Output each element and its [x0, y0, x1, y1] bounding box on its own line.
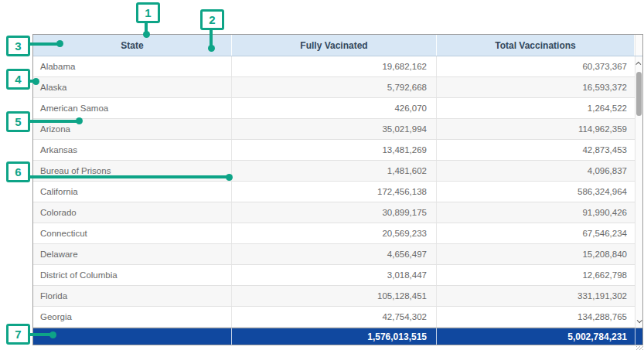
cell-total-vaccinations: 15,208,840 — [437, 244, 635, 264]
vertical-scrollbar[interactable] — [635, 56, 642, 328]
callout-3-line — [29, 42, 60, 46]
table-row[interactable]: California 172,456,138 586,324,964 — [33, 182, 635, 202]
cell-total-vaccinations: 114,962,359 — [437, 119, 635, 139]
column-header-fully-vaccinated[interactable]: Fully Vacinated — [232, 35, 437, 56]
scroll-down-button[interactable] — [635, 315, 642, 326]
cell-state: District of Columbia — [33, 265, 232, 285]
table-header-row: State Fully Vacinated Total Vaccinations — [33, 35, 642, 56]
cell-state: Arkansas — [33, 140, 232, 160]
callout-3-dot — [56, 40, 63, 47]
cell-fully-vaccinated: 426,070 — [232, 98, 437, 118]
table-total-row: 1,576,013,515 5,002,784,231 — [33, 328, 642, 345]
cell-fully-vaccinated: 42,754,302 — [232, 307, 437, 327]
header-scrollbar-corner — [635, 35, 642, 56]
callout-6-dot — [226, 174, 233, 181]
scroll-up-button[interactable] — [635, 58, 642, 69]
cell-total-vaccinations: 42,873,453 — [437, 140, 635, 160]
total-cell-state — [33, 328, 232, 345]
cell-state: Georgia — [33, 307, 232, 327]
callout-7-line — [30, 333, 51, 336]
table-row[interactable]: American Samoa 426,070 1,264,522 — [33, 98, 635, 119]
table-rows: Alabama 19,682,162 60,373,367 Alaska 5,7… — [33, 56, 635, 328]
table-row[interactable]: Alabama 19,682,162 60,373,367 — [33, 56, 635, 77]
table-row[interactable]: Arkansas 13,481,269 42,873,453 — [33, 140, 635, 161]
cell-fully-vaccinated: 20,569,233 — [232, 223, 437, 243]
total-row-scrollbar-cap — [635, 328, 642, 345]
total-cell-total-vaccinations: 5,002,784,231 — [437, 328, 635, 345]
cell-fully-vaccinated: 35,021,994 — [232, 119, 437, 139]
cell-fully-vaccinated: 1,481,602 — [232, 161, 437, 181]
table-row[interactable]: Florida 105,128,451 331,191,302 — [33, 286, 635, 307]
callout-4-badge: 4 — [6, 69, 30, 90]
table-row[interactable]: Delaware 4,656,497 15,208,840 — [33, 244, 635, 265]
scrollbar-thumb[interactable] — [636, 72, 642, 116]
callout-6-line — [29, 175, 227, 178]
cell-total-vaccinations: 12,662,798 — [437, 265, 635, 285]
cell-total-vaccinations: 331,191,302 — [437, 286, 635, 306]
cell-state: California — [33, 182, 232, 202]
cell-state: American Samoa — [33, 98, 232, 118]
callout-1-dot — [143, 31, 150, 38]
callout-5-line — [29, 120, 77, 123]
callout-7-dot — [49, 331, 56, 338]
callout-4-dot — [32, 78, 39, 85]
total-cell-fully-vaccinated: 1,576,013,515 — [232, 328, 437, 345]
table-row[interactable]: Colorado 30,899,175 91,990,426 — [33, 202, 635, 223]
cell-total-vaccinations: 1,264,522 — [437, 98, 635, 118]
chevron-down-icon — [637, 318, 642, 323]
callout-3-badge: 3 — [6, 36, 30, 56]
cell-fully-vaccinated: 13,481,269 — [232, 140, 437, 160]
cell-state: Alabama — [33, 56, 232, 76]
callout-5-dot — [76, 117, 83, 124]
callout-2-badge: 2 — [200, 9, 224, 30]
cell-fully-vaccinated: 105,128,451 — [232, 286, 437, 306]
table-row[interactable]: Connecticut 20,569,233 67,546,234 — [33, 223, 635, 244]
callout-6-badge: 6 — [6, 161, 30, 182]
cell-state: Alaska — [33, 77, 232, 97]
cell-fully-vaccinated: 4,656,497 — [232, 244, 437, 264]
cell-state: Connecticut — [33, 223, 232, 243]
cell-fully-vaccinated: 5,792,668 — [232, 77, 437, 97]
cell-total-vaccinations: 586,324,964 — [437, 182, 635, 202]
table-body-viewport: Alabama 19,682,162 60,373,367 Alaska 5,7… — [33, 56, 642, 328]
cell-total-vaccinations: 67,546,234 — [437, 223, 635, 243]
cell-total-vaccinations: 91,990,426 — [437, 202, 635, 223]
cell-fully-vaccinated: 3,018,447 — [232, 265, 437, 285]
cell-fully-vaccinated: 19,682,162 — [232, 56, 437, 76]
cell-total-vaccinations: 134,288,765 — [437, 307, 635, 327]
cell-fully-vaccinated: 172,456,138 — [232, 182, 437, 202]
table-row[interactable]: Arizona 35,021,994 114,962,359 — [33, 119, 635, 140]
column-header-total-vaccinations[interactable]: Total Vaccinations — [437, 35, 635, 56]
callout-1-badge: 1 — [136, 2, 160, 23]
cell-state: Florida — [33, 286, 232, 306]
cell-fully-vaccinated: 30,899,175 — [232, 202, 437, 223]
table-row[interactable]: District of Columbia 3,018,447 12,662,79… — [33, 265, 635, 286]
table-row[interactable]: Georgia 42,754,302 134,288,765 — [33, 307, 635, 328]
vaccinations-list-table: State Fully Vacinated Total Vaccinations… — [32, 34, 643, 345]
annotated-table-screenshot: State Fully Vacinated Total Vaccinations… — [0, 0, 644, 350]
cell-state: Delaware — [33, 244, 232, 264]
column-header-state[interactable]: State — [33, 35, 232, 56]
table-row[interactable]: Alaska 5,792,668 16,593,372 — [33, 77, 635, 98]
callout-5-badge: 5 — [6, 111, 30, 132]
cell-state: Colorado — [33, 202, 232, 223]
resize-grip-icon[interactable] — [636, 346, 643, 350]
callout-7-badge: 7 — [6, 324, 30, 345]
chevron-up-icon — [635, 61, 641, 66]
cell-total-vaccinations: 16,593,372 — [437, 77, 635, 97]
callout-2-line — [210, 30, 213, 46]
cell-total-vaccinations: 60,373,367 — [437, 56, 635, 76]
callout-2-dot — [208, 45, 215, 52]
cell-total-vaccinations: 4,096,837 — [437, 161, 635, 181]
